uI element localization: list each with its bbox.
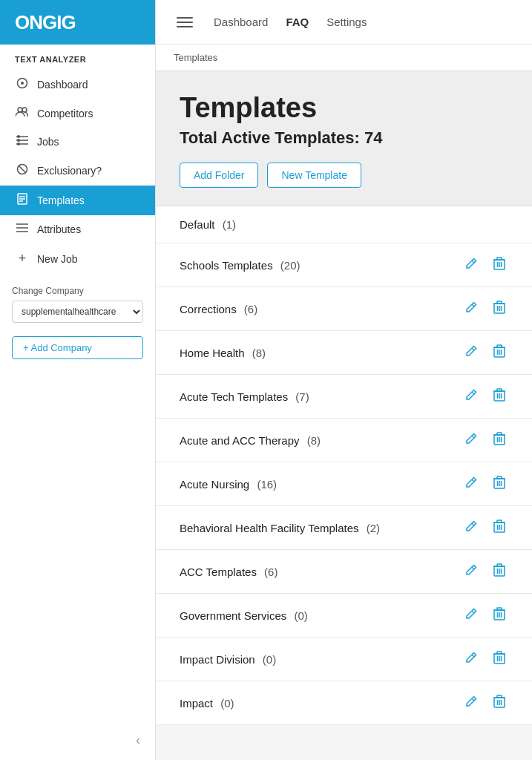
pencil-icon	[465, 476, 477, 488]
hamburger-line	[177, 17, 193, 19]
svg-point-7	[17, 135, 20, 138]
trash-icon	[493, 476, 505, 489]
edit-template-button[interactable]	[462, 344, 480, 361]
delete-template-button[interactable]	[490, 430, 508, 450]
delete-template-button[interactable]	[490, 255, 508, 275]
sidebar-item-attributes[interactable]: Attributes	[0, 215, 155, 243]
jobs-icon	[15, 135, 30, 148]
sidebar-item-competitors[interactable]: Competitors	[0, 99, 155, 128]
edit-template-button[interactable]	[462, 387, 480, 405]
delete-template-button[interactable]	[490, 387, 508, 406]
delete-template-button[interactable]	[490, 518, 508, 537]
delete-template-button[interactable]	[490, 606, 508, 625]
trash-icon	[493, 520, 505, 533]
templates-list: Default (1)Schools Templates (20)Correct…	[156, 206, 532, 725]
svg-point-1	[21, 82, 24, 85]
logo-on: ON	[15, 11, 42, 33]
edit-template-button[interactable]	[462, 694, 480, 712]
delete-template-button[interactable]	[490, 474, 508, 494]
trash-icon	[493, 607, 505, 620]
trash-icon	[493, 301, 505, 314]
pencil-icon	[465, 520, 477, 532]
template-name: Impact Division (0)	[180, 653, 462, 666]
edit-template-button[interactable]	[462, 519, 480, 537]
exclusionary-icon	[15, 163, 30, 178]
svg-line-82	[472, 655, 474, 657]
nav-faq[interactable]: FAQ	[286, 16, 309, 28]
template-row: Acute Nursing (16)	[156, 462, 532, 506]
sidebar: ONGIG TEXT ANALYZER Dashboard Competitor…	[0, 0, 156, 760]
template-row: Home Health (8)	[156, 331, 532, 375]
collapse-icon: ‹	[136, 733, 140, 747]
edit-template-button[interactable]	[462, 475, 480, 493]
add-company-button[interactable]: + Add Company	[12, 336, 143, 359]
trash-icon	[493, 388, 505, 402]
logo[interactable]: ONGIG	[15, 11, 76, 34]
edit-template-button[interactable]	[462, 256, 480, 274]
change-company-label: Change Company	[12, 286, 143, 296]
svg-line-33	[472, 348, 474, 350]
template-name: Acute Tech Templates (7)	[180, 390, 462, 403]
template-name: Schools Templates (20)	[180, 259, 462, 272]
template-name: ACC Templates (6)	[180, 566, 462, 578]
company-select[interactable]: supplementalhealthcare	[12, 301, 143, 323]
pencil-icon	[465, 608, 477, 620]
delete-template-button[interactable]	[490, 649, 508, 669]
svg-point-9	[17, 142, 20, 145]
edit-template-button[interactable]	[462, 563, 480, 580]
template-actions	[462, 387, 508, 406]
pencil-icon	[465, 564, 477, 576]
template-actions	[462, 649, 508, 669]
template-actions	[462, 474, 508, 494]
delete-template-button[interactable]	[490, 693, 508, 712]
template-count: (0)	[217, 697, 234, 710]
nav-settings[interactable]: Settings	[326, 16, 367, 28]
template-row: ACC Templates (6)	[156, 550, 532, 594]
svg-line-61	[472, 523, 474, 525]
templates-icon	[15, 193, 30, 208]
new-job-label: New Job	[37, 253, 77, 265]
template-count: (0)	[260, 653, 277, 666]
hamburger-menu[interactable]	[174, 14, 196, 30]
template-actions	[462, 693, 508, 712]
breadcrumb: Templates	[156, 45, 532, 71]
svg-line-89	[472, 698, 474, 701]
pencil-icon	[465, 258, 477, 269]
add-folder-button[interactable]: Add Folder	[180, 163, 258, 188]
template-actions	[462, 255, 508, 275]
svg-rect-92	[497, 695, 502, 698]
svg-rect-50	[497, 433, 502, 435]
svg-line-47	[472, 436, 474, 438]
new-template-button[interactable]: New Template	[267, 163, 361, 188]
svg-rect-71	[497, 564, 502, 566]
edit-template-button[interactable]	[462, 650, 480, 668]
sidebar-item-dashboard[interactable]: Dashboard	[0, 70, 155, 99]
template-actions	[462, 562, 508, 581]
sidebar-item-label: Dashboard	[37, 79, 88, 91]
hamburger-line	[177, 26, 193, 27]
delete-template-button[interactable]	[490, 562, 508, 581]
template-name: Acute and ACC Therapy (8)	[180, 434, 462, 447]
active-count: Total Active Templates: 74	[180, 128, 508, 148]
template-row: Acute and ACC Therapy (8)	[156, 419, 532, 462]
delete-template-button[interactable]	[490, 343, 508, 362]
sidebar-item-exclusionary[interactable]: Exclusionary?	[0, 156, 155, 186]
edit-template-button[interactable]	[462, 431, 480, 449]
nav-dashboard[interactable]: Dashboard	[214, 16, 268, 28]
template-row: Behavioral Health Facility Templates (2)	[156, 506, 532, 550]
svg-rect-85	[497, 652, 502, 654]
trash-icon	[493, 563, 505, 577]
trash-icon	[493, 344, 505, 358]
sidebar-item-templates[interactable]: Templates	[0, 186, 155, 215]
sidebar-item-jobs[interactable]: Jobs	[0, 128, 155, 156]
template-name: Impact (0)	[180, 697, 462, 710]
template-actions	[462, 299, 508, 318]
sidebar-collapse-button[interactable]: ‹	[0, 721, 155, 760]
delete-template-button[interactable]	[490, 299, 508, 318]
new-job-item[interactable]: + New Job	[0, 243, 155, 274]
svg-rect-64	[497, 520, 502, 522]
edit-template-button[interactable]	[462, 300, 480, 318]
edit-template-button[interactable]	[462, 606, 480, 624]
sidebar-item-label: Templates	[37, 194, 85, 206]
template-row: Impact Division (0)	[156, 638, 532, 681]
